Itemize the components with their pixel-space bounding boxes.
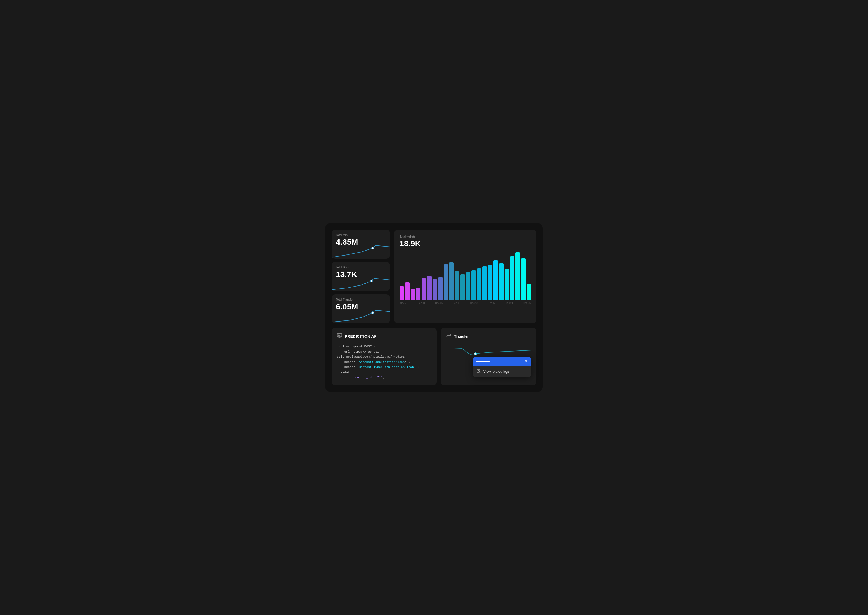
dropdown-bar-indicator	[477, 361, 490, 362]
bar-label-dec25: Dec 25	[523, 302, 530, 304]
dropdown-option-logs[interactable]: View related logs	[473, 366, 531, 377]
transfer-arrows-icon	[446, 333, 452, 340]
bar-item-5	[427, 276, 432, 300]
bar-label-dec13: Dec 13	[470, 302, 478, 304]
transfer-card: Transfer ⇅	[441, 328, 536, 386]
svg-point-2	[372, 312, 374, 314]
bar-item-13	[471, 270, 476, 300]
bar-item-4	[422, 278, 426, 300]
wallets-card: Total wallets 18.9K Nov 27 Dec 01 Dec 05…	[394, 229, 536, 323]
bar-item-1	[405, 283, 410, 300]
bar-item-3	[416, 288, 421, 300]
api-card-header: PREDICITION API	[337, 333, 431, 340]
code-line-5: --data '{	[337, 370, 431, 375]
svg-rect-3	[338, 334, 342, 337]
api-title: PREDICITION API	[345, 334, 378, 339]
bottom-row: PREDICITION API curl --request POST \ --…	[332, 328, 536, 386]
bar-item-16	[488, 265, 493, 300]
bar-item-9	[449, 262, 454, 300]
bar-item-10	[455, 272, 459, 300]
bar-item-6	[433, 279, 437, 300]
bar-item-17	[493, 260, 498, 300]
bar-label-dec17: Dec 17	[488, 302, 496, 304]
bar-label-nov27: Nov 27	[400, 302, 408, 304]
burn-sparkline	[332, 275, 390, 291]
bar-item-15	[482, 267, 487, 300]
bar-item-21	[515, 252, 520, 300]
dropdown-wrapper: ⇅ View related logs	[473, 357, 531, 377]
bar-item-23	[527, 284, 531, 300]
log-icon	[477, 369, 481, 374]
transfer-sparkline	[332, 308, 390, 323]
bar-item-2	[411, 289, 415, 300]
code-line-6: "project_id": "1",	[337, 375, 431, 380]
bar-chart-container: Nov 27 Dec 01 Dec 05 Dec 09 Dec 13 Dec 1…	[399, 252, 531, 305]
bar-label-dec21: Dec 21	[505, 302, 513, 304]
transfer-title: Transfer	[454, 334, 469, 339]
api-icon	[337, 333, 342, 340]
burn-label: Total Burn	[336, 265, 386, 269]
bar-label-dec01: Dec 01	[418, 302, 425, 304]
svg-point-4	[474, 353, 477, 355]
svg-point-0	[372, 247, 374, 249]
transfer-header: Transfer	[446, 333, 531, 340]
api-card: PREDICITION API curl --request POST \ --…	[332, 328, 437, 386]
bar-item-14	[477, 268, 482, 300]
mint-sparkline	[332, 243, 390, 259]
stat-card-mint: Total Mint 4.85M	[332, 229, 390, 259]
stat-card-transfer: Total Transfer 6.05M	[332, 294, 390, 323]
bar-item-0	[399, 286, 404, 300]
svg-point-1	[370, 280, 372, 282]
transfer-stat-label: Total Transfer	[336, 298, 386, 301]
code-block: curl --request POST \ --url https://rec-…	[337, 344, 431, 380]
bar-item-12	[466, 272, 470, 300]
bar-item-11	[460, 274, 465, 300]
code-line-3: --header 'Accepct: application/json' \	[337, 359, 431, 365]
dashboard: Total Mint 4.85M Total Burn 13.7K Total …	[325, 223, 543, 392]
bar-chart	[399, 252, 531, 300]
wallets-value: 18.9K	[399, 239, 531, 248]
bar-item-20	[510, 256, 515, 300]
bar-item-19	[505, 269, 509, 300]
dropdown-chevron-icon: ⇅	[525, 359, 527, 363]
bar-item-7	[438, 277, 443, 300]
bar-item-22	[521, 258, 525, 300]
bar-label-dec09: Dec 09	[453, 302, 461, 304]
bar-item-8	[444, 264, 448, 300]
code-line-4: --header 'Content-Type: application/json…	[337, 364, 431, 370]
code-line-2: --url https://rec-api-sgl.recplusapi.com…	[337, 349, 431, 359]
bar-chart-labels: Nov 27 Dec 01 Dec 05 Dec 09 Dec 13 Dec 1…	[399, 302, 531, 304]
dropdown-selected[interactable]: ⇅	[473, 357, 531, 366]
bar-label-dec05: Dec 05	[435, 302, 443, 304]
code-line-1: curl --request POST \	[337, 344, 431, 349]
wallets-label: Total wallets	[399, 235, 531, 238]
stat-cards-column: Total Mint 4.85M Total Burn 13.7K Total …	[332, 229, 390, 323]
view-logs-label: View related logs	[483, 370, 510, 373]
stat-card-burn: Total Burn 13.7K	[332, 262, 390, 291]
bar-item-18	[499, 264, 504, 300]
mint-label: Total Mint	[336, 233, 386, 236]
